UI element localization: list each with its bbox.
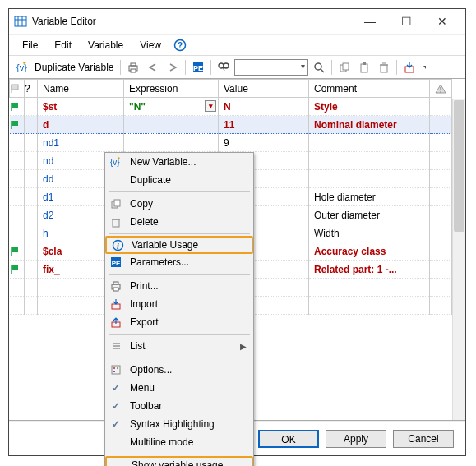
cell-name[interactable]: d: [38, 116, 124, 134]
svg-rect-9: [131, 63, 136, 66]
menu-separator: [109, 334, 250, 335]
row-flag[interactable]: [10, 116, 25, 134]
row-flag[interactable]: [10, 224, 25, 242]
menu-item-import[interactable]: Import: [105, 295, 253, 313]
vertical-scrollbar[interactable]: [452, 99, 465, 420]
header-name[interactable]: Name: [38, 80, 124, 98]
cell-expression[interactable]: [124, 134, 219, 152]
row-flag[interactable]: [10, 134, 25, 152]
duplicate-variable-label: Duplicate Variable: [35, 62, 114, 73]
cell-name[interactable]: $st: [38, 98, 124, 116]
row-question: [25, 242, 38, 261]
menu-item-variable-usage[interactable]: iVariable Usage: [105, 236, 253, 254]
check-icon: ✓: [109, 381, 123, 394]
row-flag[interactable]: [10, 98, 25, 116]
parameters-icon[interactable]: PE: [189, 58, 207, 76]
row-flag[interactable]: [10, 261, 25, 279]
help-icon[interactable]: ?: [171, 36, 189, 54]
dropdown-icon[interactable]: ▾: [205, 100, 216, 112]
table-row[interactable]: nd19: [10, 134, 452, 152]
cell-name[interactable]: nd1: [38, 134, 124, 152]
svg-text:*: *: [118, 156, 121, 163]
menu-item-print[interactable]: Print...: [105, 277, 253, 295]
find-icon[interactable]: [215, 58, 233, 76]
cell-value[interactable]: 11: [219, 116, 309, 134]
cell-comment[interactable]: Width: [309, 224, 430, 242]
menu-item-label: New Variable...: [130, 156, 247, 168]
cell-comment[interactable]: [309, 134, 430, 152]
menu-variable[interactable]: Variable: [81, 38, 130, 53]
header-expression[interactable]: Expression: [124, 80, 219, 98]
cell-comment[interactable]: [309, 152, 430, 170]
delete-icon[interactable]: [375, 58, 393, 76]
cell-expression[interactable]: "N"▾: [124, 98, 219, 116]
cell-comment[interactable]: Nominal diameter: [309, 116, 430, 134]
paste-icon[interactable]: [355, 58, 373, 76]
cell-comment[interactable]: [309, 170, 430, 188]
menu-item-label: Options...: [130, 364, 247, 376]
menu-item-label: Import: [130, 298, 247, 310]
grid-header-row: ? Name Expression Value Comment: [10, 80, 452, 98]
window-title: Variable Editor: [32, 16, 352, 27]
search-input[interactable]: [234, 59, 308, 76]
cell-warning: [430, 188, 452, 206]
menu-item-parameters[interactable]: PEParameters...: [105, 253, 253, 271]
print-icon[interactable]: [124, 58, 142, 76]
menu-edit[interactable]: Edit: [48, 38, 78, 53]
menu-item-toolbar[interactable]: ✓Toolbar: [105, 397, 253, 415]
header-comment[interactable]: Comment: [309, 80, 430, 98]
header-question[interactable]: ?: [25, 80, 38, 98]
ok-button[interactable]: OK: [258, 430, 319, 448]
row-question: [25, 152, 38, 170]
import-dropdown-icon[interactable]: [420, 58, 428, 76]
maximize-button[interactable]: ☐: [388, 10, 424, 33]
menu-item-options[interactable]: Options...: [105, 361, 253, 379]
menu-item-duplicate[interactable]: Duplicate: [105, 171, 253, 189]
svg-rect-49: [113, 282, 118, 284]
row-flag[interactable]: [10, 242, 25, 261]
table-row[interactable]: d11Nominal diameter: [10, 116, 452, 134]
cell-comment[interactable]: Style: [309, 98, 430, 116]
header-warning[interactable]: [430, 80, 452, 98]
close-button[interactable]: ✕: [424, 10, 460, 33]
row-flag[interactable]: [10, 206, 25, 224]
minimize-button[interactable]: —: [352, 10, 388, 33]
svg-rect-21: [363, 62, 366, 65]
cell-comment[interactable]: Related part: 1 -...: [309, 261, 430, 279]
import-icon[interactable]: [400, 58, 418, 76]
copy-icon[interactable]: [335, 58, 354, 76]
cell-comment[interactable]: Accuracy class: [309, 242, 430, 261]
cell-value[interactable]: N: [219, 98, 309, 116]
header-value[interactable]: Value: [219, 80, 309, 98]
row-flag[interactable]: [10, 152, 25, 170]
menu-item-export[interactable]: Export: [105, 313, 253, 331]
export-icon: [109, 316, 123, 329]
menu-item-new-variable[interactable]: {v}*New Variable...: [105, 153, 253, 171]
menu-item-delete[interactable]: Delete: [105, 213, 253, 231]
cell-comment[interactable]: Hole diameter: [309, 188, 430, 206]
svg-point-16: [315, 63, 321, 70]
cell-comment[interactable]: Outer diameter: [309, 206, 430, 224]
search-icon[interactable]: [310, 58, 328, 76]
menu-view[interactable]: View: [133, 38, 168, 53]
header-flag[interactable]: [10, 80, 25, 98]
undo-icon[interactable]: [144, 58, 162, 76]
menu-item-syntax-highlighting[interactable]: ✓Syntax Highlighting: [105, 415, 253, 433]
row-flag[interactable]: [10, 170, 25, 188]
row-flag[interactable]: [10, 188, 25, 206]
menu-item-show-variable-usage[interactable]: Show variable usage: [105, 456, 253, 466]
menu-item-menu[interactable]: ✓Menu: [105, 379, 253, 397]
table-row[interactable]: $st"N"▾NStyle: [10, 98, 452, 116]
menu-item-list[interactable]: List▶: [105, 337, 253, 355]
redo-icon[interactable]: [164, 58, 182, 76]
menu-item-copy[interactable]: Copy: [105, 195, 253, 213]
new-var-icon: {v}*: [109, 155, 123, 168]
new-variable-icon[interactable]: {v}*: [12, 58, 30, 76]
menu-file[interactable]: File: [16, 38, 44, 53]
cell-value[interactable]: 9: [219, 134, 309, 152]
apply-button[interactable]: Apply: [326, 430, 386, 448]
duplicate-variable-button[interactable]: Duplicate Variable: [32, 58, 117, 76]
menu-item-multiline-mode[interactable]: Multiline mode: [105, 433, 253, 451]
cell-expression[interactable]: [124, 116, 219, 134]
cancel-button[interactable]: Cancel: [393, 430, 454, 448]
